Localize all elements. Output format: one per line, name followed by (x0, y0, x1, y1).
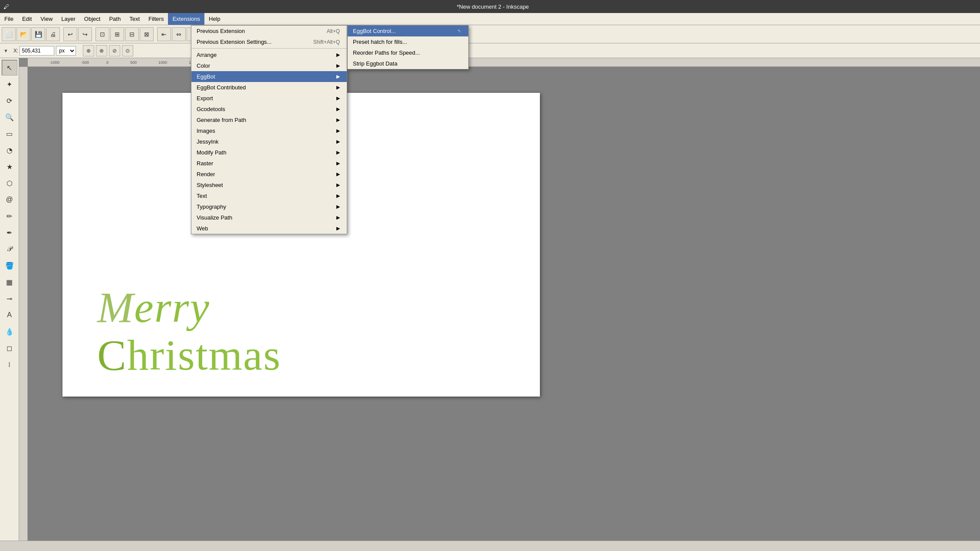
text-label: Text (197, 193, 207, 199)
zoom-draw-btn[interactable]: ⊠ (140, 27, 154, 41)
text-tool[interactable]: A (2, 307, 17, 323)
zoom-fit-btn[interactable]: ⊡ (95, 27, 109, 41)
pen-tool[interactable]: ✒ (2, 225, 17, 240)
menu-preset-hatch[interactable]: Preset hatch for fills... (348, 36, 468, 47)
menu-gcodetools[interactable]: Gcodetools ▶ (191, 104, 347, 115)
jessyink-arrow: ▶ (336, 139, 340, 144)
menu-previous-extension-settings[interactable]: Previous Extension Settings... Shift+Alt… (191, 36, 347, 47)
undo-btn[interactable]: ↩ (63, 27, 77, 41)
reorder-paths-label: Reorder Paths for Speed... (353, 49, 420, 56)
snap-label: ▼ (3, 48, 8, 53)
color-label: Color (197, 62, 210, 69)
eraser-tool[interactable]: ◻ (2, 340, 17, 356)
main-toolbar: ⬜ 📂 💾 🖨 ↩ ↪ ⊡ ⊞ ⊟ ⊠ ⇤ ⇔ ⇥ ⇡ ⇕ ⇣ (0, 25, 980, 43)
images-arrow: ▶ (336, 128, 340, 134)
menu-help[interactable]: Help (204, 13, 225, 25)
eggbot-label: EggBot (197, 73, 215, 80)
unit-select[interactable]: px mm cm (56, 46, 76, 56)
dropper-tool[interactable]: 💧 (2, 324, 17, 339)
menu-render[interactable]: Render ▶ (191, 169, 347, 180)
arrange-arrow: ▶ (336, 52, 340, 58)
render-arrow: ▶ (336, 171, 340, 177)
menu-export[interactable]: Export ▶ (191, 93, 347, 104)
callig-tool[interactable]: 𝒫 (2, 241, 17, 257)
snap-btn-1[interactable]: ⊕ (83, 45, 94, 56)
eggbot-arrow: ▶ (336, 74, 340, 79)
menu-text[interactable]: Text ▶ (191, 190, 347, 201)
typography-arrow: ▶ (336, 204, 340, 210)
titlebar: 🖊 *New document 2 - Inkscape (0, 0, 980, 13)
print-btn[interactable]: 🖨 (46, 27, 60, 41)
bucket-tool[interactable]: 🪣 (2, 258, 17, 273)
menu-strip-eggbot[interactable]: Strip Eggbot Data (348, 58, 468, 69)
menu-color[interactable]: Color ▶ (191, 60, 347, 71)
web-arrow: ▶ (336, 226, 340, 231)
menu-previous-extension[interactable]: Previous Extension Alt+Q (191, 26, 347, 36)
menu-jessyink[interactable]: JessyInk ▶ (191, 136, 347, 147)
menu-eggbot-contributed[interactable]: EggBot Contributed ▶ (191, 82, 347, 93)
redo-btn[interactable]: ↪ (78, 27, 92, 41)
christmas-text: Merry Christmas (97, 284, 281, 379)
open-btn[interactable]: 📂 (16, 27, 30, 41)
menu-raster[interactable]: Raster ▶ (191, 158, 347, 169)
save-btn[interactable]: 💾 (31, 27, 45, 41)
stylesheet-arrow: ▶ (336, 182, 340, 188)
modify-path-label: Modify Path (197, 149, 227, 156)
menu-filters[interactable]: Filters (144, 13, 168, 25)
menu-extensions[interactable]: Extensions (168, 13, 204, 25)
pencil-tool[interactable]: ✏ (2, 208, 17, 224)
menu-visualize-path[interactable]: Visualize Path ▶ (191, 212, 347, 223)
align-center-btn[interactable]: ⇔ (172, 27, 186, 41)
rect-tool[interactable]: ▭ (2, 126, 17, 141)
spray-tool[interactable]: ⁞ (2, 357, 17, 372)
snap-btn-2[interactable]: ⊗ (96, 45, 107, 56)
menu-text[interactable]: Text (125, 13, 144, 25)
menu-path[interactable]: Path (105, 13, 125, 25)
menu-generate-from-path[interactable]: Generate from Path ▶ (191, 115, 347, 125)
main-area: ↖ ✦ ⟳ 🔍 ▭ ◔ ★ ⬡ @ ✏ ✒ 𝒫 🪣 ▦ ⊸ A 💧 ◻ ⁞ -1… (0, 58, 980, 551)
menu-modify-path[interactable]: Modify Path ▶ (191, 147, 347, 158)
zoom-select-btn[interactable]: ⊞ (110, 27, 124, 41)
canvas-background[interactable]: Merry Christmas (28, 67, 980, 551)
menu-typography[interactable]: Typography ▶ (191, 201, 347, 212)
typography-label: Typography (197, 203, 226, 210)
tweak-tool[interactable]: ⟳ (2, 93, 17, 108)
zoom-tool[interactable]: 🔍 (2, 109, 17, 125)
menu-file[interactable]: File (0, 13, 18, 25)
3d-tool[interactable]: ⬡ (2, 175, 17, 191)
snap-btn-4[interactable]: ⊙ (122, 45, 133, 56)
menu-edit[interactable]: Edit (18, 13, 36, 25)
extensions-dropdown: Previous Extension Alt+Q Previous Extens… (191, 25, 347, 234)
previous-extension-label: Previous Extension (197, 28, 245, 34)
menu-layer[interactable]: Layer (57, 13, 80, 25)
strip-eggbot-label: Strip Eggbot Data (353, 60, 398, 67)
menu-reorder-paths[interactable]: Reorder Paths for Speed... (348, 47, 468, 58)
menu-arrange[interactable]: Arrange ▶ (191, 49, 347, 60)
left-toolbar: ↖ ✦ ⟳ 🔍 ▭ ◔ ★ ⬡ @ ✏ ✒ 𝒫 🪣 ▦ ⊸ A 💧 ◻ ⁞ (0, 58, 19, 551)
generate-from-path-label: Generate from Path (197, 117, 246, 123)
zoom-page-btn[interactable]: ⊟ (125, 27, 139, 41)
align-left-btn[interactable]: ⇤ (157, 27, 171, 41)
menu-view[interactable]: View (36, 13, 57, 25)
star-tool[interactable]: ★ (2, 159, 17, 174)
modify-path-arrow: ▶ (336, 150, 340, 155)
color-arrow: ▶ (336, 63, 340, 69)
menu-eggbot[interactable]: EggBot ▶ (191, 71, 347, 82)
menu-object[interactable]: Object (80, 13, 105, 25)
gradient-tool[interactable]: ▦ (2, 274, 17, 290)
arc-tool[interactable]: ◔ (2, 142, 17, 158)
raster-label: Raster (197, 160, 213, 167)
select-tool[interactable]: ↖ (2, 60, 17, 75)
menu-images[interactable]: Images ▶ (191, 125, 347, 136)
spiral-tool[interactable]: @ (2, 192, 17, 207)
menu-eggbot-control[interactable]: EggBot Control... ↖ (348, 26, 468, 36)
export-label: Export (197, 95, 213, 102)
menu-web[interactable]: Web ▶ (191, 223, 347, 234)
new-btn[interactable]: ⬜ (2, 27, 16, 41)
snap-btn-3[interactable]: ⊘ (109, 45, 120, 56)
node-tool[interactable]: ✦ (2, 76, 17, 92)
export-arrow: ▶ (336, 95, 340, 101)
connector-tool[interactable]: ⊸ (2, 291, 17, 306)
menu-stylesheet[interactable]: Stylesheet ▶ (191, 180, 347, 190)
x-input[interactable] (20, 46, 54, 56)
